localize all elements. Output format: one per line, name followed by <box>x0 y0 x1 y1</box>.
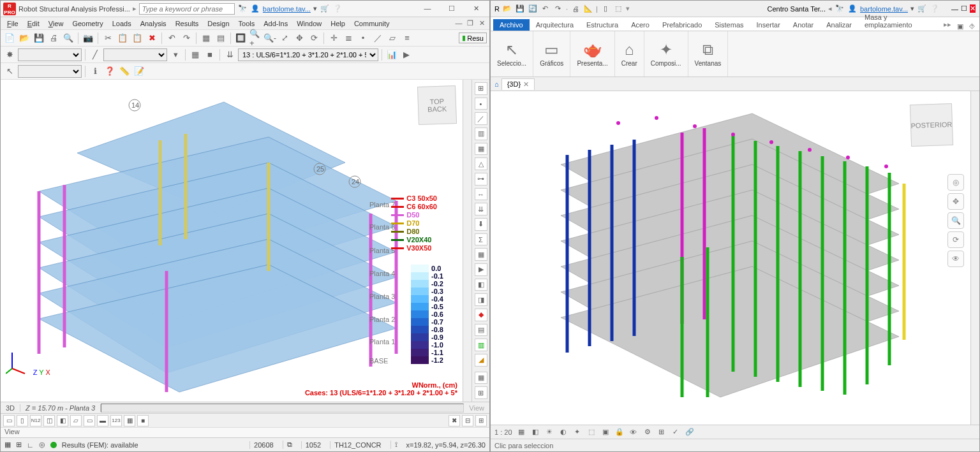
vm-render-icon[interactable]: ■ <box>137 415 149 426</box>
vm-b-icon[interactable]: ⊟ <box>462 415 473 426</box>
releases-icon[interactable]: ⊶ <box>475 173 487 186</box>
sb-crop2-icon[interactable]: ▣ <box>600 428 611 436</box>
qat-save-icon[interactable]: 💾 <box>515 4 525 14</box>
view-tab-3d[interactable]: {3D} ✕ <box>501 78 535 90</box>
maximize2-button[interactable]: ☐ <box>961 4 967 13</box>
scroll-3d-label[interactable]: 3D <box>1 404 20 412</box>
nav-zoom-icon[interactable]: 🔍 <box>947 212 964 229</box>
view-tab-close-icon[interactable]: ✕ <box>523 80 529 89</box>
vm-front-icon[interactable]: ▯ <box>17 415 28 426</box>
vm-wire-icon[interactable]: ▭ <box>84 415 95 426</box>
nav-orbit-icon[interactable]: ⟳ <box>947 231 964 248</box>
sb-crop-icon[interactable]: ⬚ <box>586 428 597 436</box>
zoomout-icon[interactable]: 🔍- <box>264 32 276 45</box>
tab-sistemas[interactable]: Sistemas <box>708 19 750 31</box>
maximize-button[interactable]: ☐ <box>441 2 463 16</box>
calc-icon[interactable]: ≡ <box>401 32 413 45</box>
screenshot-icon[interactable]: 📷 <box>82 32 94 45</box>
hscroll[interactable] <box>101 404 464 412</box>
panel-icon[interactable]: ▦ <box>189 48 202 61</box>
scroll-level-label[interactable]: Z = 15.70 m - Planta 3 <box>20 404 101 412</box>
mesh-icon[interactable]: ▦ <box>475 248 487 261</box>
nav-wheel-icon[interactable]: ◎ <box>947 174 964 191</box>
panel-graficos[interactable]: ▭Gráficos <box>533 31 570 77</box>
menu-window[interactable]: Window <box>293 18 325 29</box>
redo-icon[interactable]: ↷ <box>180 32 193 45</box>
tab-insertar[interactable]: Insertar <box>750 19 787 31</box>
qat-3d-icon[interactable]: ⬚ <box>613 4 623 14</box>
preview-icon[interactable]: 🔍 <box>62 32 75 45</box>
minimize-button[interactable]: — <box>417 2 438 16</box>
nodes2-icon[interactable]: • <box>475 98 487 110</box>
pointer-icon[interactable]: ↖ <box>3 65 16 78</box>
vm-color-icon[interactable]: ▦ <box>124 415 135 426</box>
solid-icon[interactable]: ■ <box>204 48 216 61</box>
vm-c-icon[interactable]: ⊞ <box>475 415 487 426</box>
vscroll-right[interactable] <box>970 91 979 425</box>
vm-a-icon[interactable]: ✖ <box>449 415 460 426</box>
menu-help[interactable]: Help <box>327 18 349 29</box>
note-icon[interactable]: 📝 <box>133 65 145 78</box>
sb-link-icon[interactable]: 🔗 <box>685 428 695 436</box>
print-icon[interactable]: 🖨 <box>47 32 60 45</box>
sb-constraint-icon[interactable]: ✓ <box>671 428 681 436</box>
qat-undo-icon[interactable]: ↶ <box>540 4 551 14</box>
menu-analysis[interactable]: Analysis <box>137 18 170 29</box>
menu-edit[interactable]: Edit <box>24 18 43 29</box>
sb-sun-icon[interactable]: ☀ <box>544 428 554 436</box>
bar-dropdown[interactable] <box>103 48 167 61</box>
load-icon[interactable]: ⇊ <box>223 48 236 61</box>
offsets-icon[interactable]: ↔ <box>475 188 487 201</box>
menu-loads[interactable]: Loads <box>108 18 135 29</box>
menu-design[interactable]: Design <box>204 18 233 29</box>
open-icon[interactable]: 📂 <box>18 32 31 45</box>
res4-icon[interactable]: ▤ <box>475 324 487 337</box>
ribbon-expand-icon[interactable]: ▣ <box>955 22 965 31</box>
qat-open-icon[interactable]: 📂 <box>502 4 512 14</box>
bars2-icon[interactable]: ／ <box>475 112 487 125</box>
tab-prefabricado[interactable]: Prefabricado <box>656 19 708 31</box>
zoomall-icon[interactable]: ⤢ <box>278 32 291 45</box>
menu-tools[interactable]: Tools <box>235 18 259 29</box>
menu-view[interactable]: View <box>45 18 68 29</box>
vm-plan-icon[interactable]: ▭ <box>3 415 15 426</box>
calc2-icon[interactable]: ▶ <box>475 263 487 276</box>
vm-iso-icon[interactable]: ◧ <box>57 415 68 426</box>
mdiclose-icon[interactable]: ✕ <box>477 19 487 27</box>
vm-shade-icon[interactable]: 123 <box>110 415 122 426</box>
res1-icon[interactable]: ◧ <box>475 279 487 291</box>
binoculars2-icon[interactable]: 🔭 <box>835 4 845 14</box>
info-icon[interactable]: ℹ <box>89 65 101 78</box>
combos-icon[interactable]: Σ <box>475 233 487 246</box>
vm-hidden-icon[interactable]: ▬ <box>97 415 108 426</box>
hscroll2[interactable] <box>370 416 447 425</box>
cart-icon[interactable]: 🛒 <box>320 4 330 14</box>
bar-selection-icon[interactable]: ╱ <box>89 48 101 61</box>
qat-redo-icon[interactable]: ↷ <box>553 4 563 14</box>
menu-addins[interactable]: Add-Ins <box>260 18 292 29</box>
story-dropdown[interactable] <box>18 65 82 78</box>
qat-print-icon[interactable]: 🖨 <box>570 4 581 14</box>
pan-icon[interactable]: ✥ <box>293 32 306 45</box>
menu-community[interactable]: Community <box>350 18 394 29</box>
res5-icon[interactable]: ▥ <box>475 339 487 351</box>
table-icon[interactable]: ▦ <box>475 372 487 384</box>
qat-section-icon[interactable]: ▯ <box>600 4 611 14</box>
layout-icon[interactable]: ⊞ <box>475 386 487 399</box>
menu-results[interactable]: Results <box>172 18 203 29</box>
menu-file[interactable]: File <box>3 18 22 29</box>
nav-look-icon[interactable]: 👁 <box>947 251 964 267</box>
loadtype-icon[interactable]: ⬇ <box>475 218 487 231</box>
results-button[interactable]: ▮Resu <box>459 33 487 43</box>
loads2-icon[interactable]: ⇊ <box>475 203 487 215</box>
panels-icon[interactable]: ▱ <box>386 32 399 45</box>
tab-analizar[interactable]: Analizar <box>820 19 858 31</box>
copy-icon[interactable]: 📋 <box>116 32 129 45</box>
sb-render-icon[interactable]: ✦ <box>572 428 583 436</box>
tables-icon[interactable]: ▤ <box>214 32 227 45</box>
sb-ortho-icon[interactable]: ∟ <box>27 441 34 449</box>
window-zoom-icon[interactable]: 🔲 <box>234 32 247 45</box>
zoomin-icon[interactable]: 🔍+ <box>249 32 262 45</box>
rotate-icon[interactable]: ⟳ <box>308 32 320 45</box>
stories-icon[interactable]: ≣ <box>342 32 355 45</box>
